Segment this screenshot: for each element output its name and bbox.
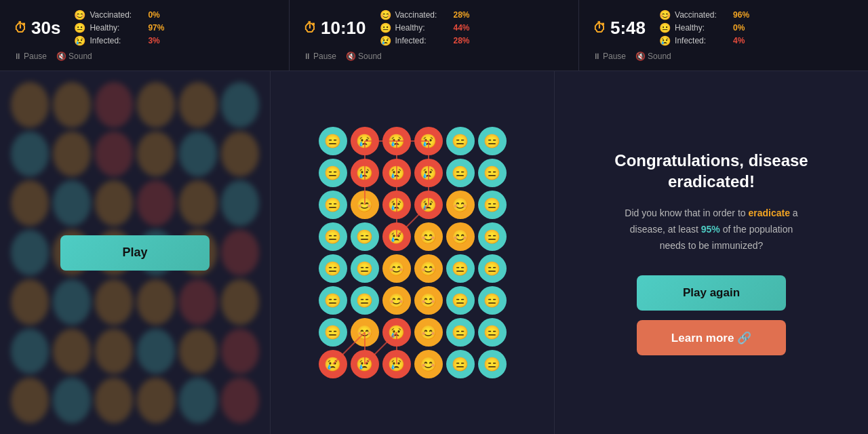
sound1-btn[interactable]: 🔇 Sound [56, 52, 92, 61]
infected1-icon: 😢 [74, 35, 85, 46]
face-cell[interactable]: 😑 [446, 127, 475, 155]
grid-row: 😑😢😢😢😑😑 [319, 127, 507, 155]
infected1-value: 3% [148, 36, 159, 45]
panel2-header: ⏱ 10:10 😊 Vaccinated: 28% 😐 Healthy: 44% [290, 0, 579, 71]
sound2-btn[interactable]: 🔇 Sound [346, 52, 382, 61]
face-cell[interactable]: 😊 [414, 350, 443, 378]
face-cell[interactable]: 😊 [382, 254, 411, 283]
panel1-stats: 😊 Vaccinated: 0% 😐 Healthy: 97% 😢 Infect… [74, 9, 164, 46]
face-cell[interactable]: 😊 [414, 318, 443, 347]
infected2-icon: 😢 [380, 35, 391, 46]
face-cell[interactable]: 😢 [382, 127, 411, 155]
timer1-icon: ⏱ [14, 20, 27, 36]
timer2-icon: ⏱ [303, 20, 317, 36]
face-cell[interactable]: 😢 [414, 159, 443, 187]
face-cell[interactable]: 😑 [319, 222, 347, 251]
vaccinated3-label: Vaccinated: [675, 10, 729, 20]
vaccinated3-icon: 😊 [659, 9, 671, 20]
panel1-timer: ⏱ 30s [14, 18, 60, 39]
face-cell[interactable]: 😑 [319, 159, 347, 187]
face-cell[interactable]: 😢 [382, 191, 411, 219]
play-again-button[interactable]: Play again [637, 275, 786, 311]
panel1-main: Play [0, 71, 271, 434]
grid-row: 😑😑😊😊😑😑 [319, 286, 507, 315]
face-cell[interactable]: 😑 [478, 254, 507, 283]
healthy3-value: 0% [733, 23, 745, 33]
grid-row: 😢😢😢😊😑😑 [319, 350, 507, 378]
face-cell[interactable]: 😢 [382, 350, 411, 378]
face-cell[interactable]: 😑 [478, 350, 507, 378]
face-cell[interactable]: 😊 [446, 191, 475, 219]
infected3-value: 4% [733, 36, 745, 45]
face-cell[interactable]: 😊 [414, 222, 443, 251]
face-cell[interactable]: 😢 [319, 350, 347, 378]
face-cell[interactable]: 😢 [351, 159, 379, 187]
face-cell[interactable]: 😊 [446, 222, 475, 251]
congrats-text: Did you know that in order to eradicate … [616, 205, 806, 254]
grid-row: 😑😢😢😢😑😑 [319, 159, 507, 187]
face-cell[interactable]: 😑 [351, 222, 379, 251]
face-cell[interactable]: 😑 [478, 318, 507, 347]
vaccinated1-label: Vaccinated: [90, 10, 144, 20]
game-grid: 😑😢😢😢😑😑😑😢😢😢😑😑😑😊😢😢😊😑😑😑😢😊😊😑😑😑😊😊😑😑😑😑😊😊😑😑😑😊😢😊… [319, 127, 507, 378]
face-cell[interactable]: 😑 [478, 222, 507, 251]
healthy1-icon: 😐 [74, 22, 85, 33]
face-cell[interactable]: 😢 [414, 191, 443, 219]
vaccinated3-value: 96% [733, 10, 749, 20]
face-cell[interactable]: 😑 [478, 127, 507, 155]
face-cell[interactable]: 😑 [446, 318, 475, 347]
panel3-timer: ⏱ 5:48 [593, 18, 646, 39]
grid-row: 😑😊😢😊😑😑 [319, 318, 507, 347]
face-cell[interactable]: 😢 [382, 159, 411, 187]
pause3-btn[interactable]: ⏸ Pause [593, 52, 626, 61]
face-cell[interactable]: 😑 [319, 191, 347, 219]
grid-row: 😑😑😊😊😑😑 [319, 254, 507, 283]
face-cell[interactable]: 😑 [478, 159, 507, 187]
face-cell[interactable]: 😑 [351, 286, 379, 315]
infected2-value: 28% [454, 36, 470, 45]
face-cell[interactable]: 😑 [446, 254, 475, 283]
panel3-main: Congratulations, disease eradicated! Did… [555, 71, 868, 434]
face-cell[interactable]: 😢 [382, 222, 411, 251]
play-button[interactable]: Play [60, 235, 210, 271]
panel3-header: ⏱ 5:48 😊 Vaccinated: 96% 😐 Healthy: 0% [579, 0, 868, 71]
face-cell[interactable]: 😑 [446, 350, 475, 378]
face-cell[interactable]: 😑 [319, 254, 347, 283]
healthy2-value: 44% [454, 23, 470, 33]
face-cell[interactable]: 😑 [319, 127, 347, 155]
healthy1-value: 97% [148, 23, 164, 33]
healthy2-icon: 😐 [380, 22, 391, 33]
face-cell[interactable]: 😊 [414, 286, 443, 315]
face-cell[interactable]: 😑 [446, 286, 475, 315]
panel2-main: 😑😢😢😢😑😑😑😢😢😢😑😑😑😊😢😢😊😑😑😑😢😊😊😑😑😑😊😊😑😑😑😑😊😊😑😑😑😊😢😊… [271, 71, 555, 434]
face-cell[interactable]: 😑 [446, 159, 475, 187]
vaccinated1-value: 0% [148, 10, 159, 20]
face-cell[interactable]: 😢 [414, 127, 443, 155]
face-cell[interactable]: 😑 [319, 318, 347, 347]
face-cell[interactable]: 😢 [382, 318, 411, 347]
panel2-timer: ⏱ 10:10 [303, 18, 366, 39]
face-cell[interactable]: 😊 [351, 318, 379, 347]
face-cell[interactable]: 😑 [478, 286, 507, 315]
face-cell[interactable]: 😊 [414, 254, 443, 283]
timer3-icon: ⏱ [593, 20, 606, 36]
pause2-btn[interactable]: ⏸ Pause [303, 52, 336, 61]
face-cell[interactable]: 😊 [382, 286, 411, 315]
sound3-btn[interactable]: 🔇 Sound [635, 52, 671, 61]
panel1-header: ⏱ 30s 😊 Vaccinated: 0% 😐 Healthy: 97% [0, 0, 290, 71]
vaccinated1-icon: 😊 [74, 9, 85, 20]
face-cell[interactable]: 😑 [351, 254, 379, 283]
infected1-label: Infected: [90, 36, 144, 45]
pause1-btn[interactable]: ⏸ Pause [14, 52, 47, 61]
infected3-label: Infected: [675, 36, 729, 45]
face-cell[interactable]: 😊 [351, 191, 379, 219]
face-cell[interactable]: 😢 [351, 127, 379, 155]
learn-more-button[interactable]: Learn more 🔗 [637, 320, 786, 355]
healthy3-label: Healthy: [675, 23, 729, 33]
infected3-icon: 😢 [659, 35, 671, 46]
congrats-text-part1: Did you know that in order to [625, 208, 748, 218]
face-cell[interactable]: 😢 [351, 350, 379, 378]
face-cell[interactable]: 😑 [478, 191, 507, 219]
face-cell[interactable]: 😑 [319, 286, 347, 315]
vaccinated2-value: 28% [454, 10, 470, 20]
